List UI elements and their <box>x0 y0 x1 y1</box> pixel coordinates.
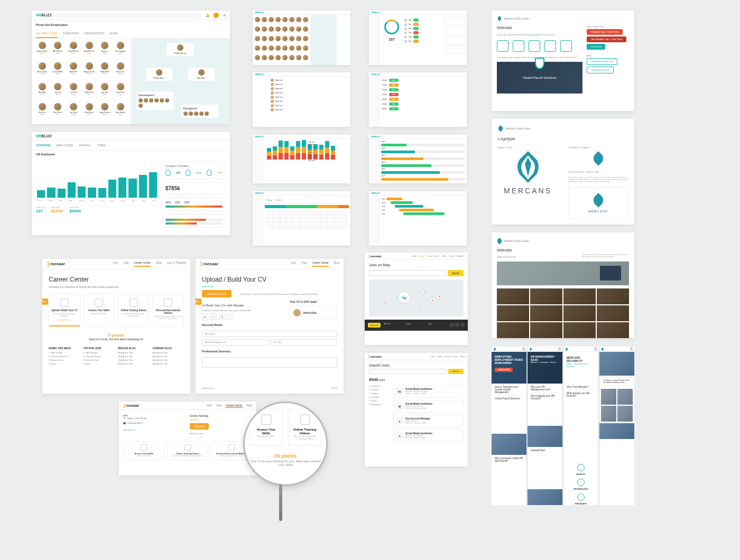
social-icon[interactable] <box>450 323 454 327</box>
menu-icon[interactable]: ☰ <box>522 347 525 351</box>
settings-icon[interactable]: ⚙ <box>223 13 226 17</box>
career-card[interactable]: Online Training VideosJob Seeker Worksho… <box>118 294 150 326</box>
list-link[interactable]: 4. Delta <box>49 362 80 365</box>
avatar[interactable] <box>275 55 281 60</box>
career-card[interactable]: Online Training VideosJob Seeker Worksho… <box>167 441 209 460</box>
cta-button[interactable]: LEARN MORE <box>495 368 513 372</box>
menu-icon[interactable]: ☰ <box>630 347 633 351</box>
avatar[interactable] <box>269 36 274 41</box>
email-input[interactable]: johndoe01@gmail.com <box>202 339 269 346</box>
chart-bar[interactable] <box>47 188 55 198</box>
list-link[interactable]: Blog Article Title <box>153 362 184 365</box>
avatar[interactable] <box>255 45 260 51</box>
list-link[interactable]: 2. Dassault Refund <box>84 355 115 358</box>
avatar[interactable] <box>282 55 288 60</box>
nav-times[interactable]: TIMES <box>97 144 105 147</box>
tab-2[interactable]: ORGANIZATION <box>84 30 104 38</box>
list-link[interactable]: Blog Article Title <box>118 355 150 358</box>
menu-icon[interactable]: ☰ <box>558 347 561 351</box>
employee-card[interactable]: David ReeveRole <box>66 42 81 61</box>
employee-card[interactable]: Leo ParkRole <box>66 83 81 102</box>
chart-bar[interactable] <box>108 180 116 198</box>
org-node[interactable]: Ella Mae <box>188 68 215 81</box>
employee-card[interactable]: James MillerRole <box>51 62 66 82</box>
map-pin[interactable]: 📍 <box>422 289 427 294</box>
list-link[interactable]: 1. SAP Google <box>49 351 80 354</box>
list-link[interactable]: Blog Article Title <box>153 359 184 361</box>
avatar[interactable] <box>303 55 308 60</box>
avatar[interactable] <box>275 26 281 32</box>
search-input[interactable] <box>369 369 447 374</box>
career-card[interactable]: Assess Your SkillsAssess Your Skills <box>84 294 115 326</box>
menu-icon[interactable]: ☰ <box>594 347 597 351</box>
org-node-root[interactable]: Profile Name <box>167 43 193 56</box>
avatar[interactable] <box>262 55 267 60</box>
list-row[interactable]: Name row <box>271 87 348 90</box>
avatar[interactable] <box>296 55 301 60</box>
list-row[interactable]: Name row <box>271 91 348 95</box>
nav-login[interactable]: Log In / Register <box>166 261 186 267</box>
map-view[interactable]: hp 📍 📍 📍 📍 📍 📍 📍 <box>369 279 464 316</box>
employee-card[interactable]: Noa BlackRole <box>82 103 97 123</box>
chart-bar[interactable] <box>149 172 157 198</box>
employee-card[interactable]: Brad BennetRole <box>82 42 97 61</box>
employee-card[interactable]: Alfred BonnRole <box>51 42 66 61</box>
chart-bar[interactable] <box>118 178 126 198</box>
list-row[interactable]: ● Entrystatus <box>382 83 465 87</box>
avatar[interactable] <box>275 36 281 41</box>
avatar[interactable] <box>303 17 308 22</box>
chart-bar[interactable] <box>78 186 86 198</box>
avatar[interactable] <box>255 26 260 32</box>
job-card[interactable]: ▲Key Account ManagerAdion AquaticsFull t… <box>393 415 464 427</box>
employee-card[interactable]: Max MayRole <box>35 83 50 102</box>
chart-bar[interactable] <box>128 179 136 198</box>
search-input[interactable] <box>369 270 446 276</box>
list-link[interactable]: Blog Article Title <box>118 351 150 354</box>
job-card[interactable]: ⊞Social Media AuxiliariesMicrosoft Corpo… <box>393 400 464 413</box>
list-row[interactable]: Name row <box>271 108 348 111</box>
map-pin[interactable]: 📍 <box>382 301 387 306</box>
list-row[interactable]: ● Entrystatus <box>382 98 465 101</box>
nav-jobs[interactable]: Jobs <box>113 261 118 267</box>
list-link[interactable]: Blog Article Title <box>118 359 150 361</box>
chart-bar[interactable] <box>58 189 66 198</box>
avatar[interactable] <box>296 26 301 32</box>
list-row[interactable]: ● Entrystatus <box>382 93 465 96</box>
avatar[interactable] <box>269 17 274 22</box>
org-cluster[interactable]: Developers <box>136 91 173 110</box>
avatar[interactable] <box>275 45 281 51</box>
job-input[interactable]: Job Title <box>271 339 337 346</box>
chart-bar[interactable] <box>37 190 45 198</box>
widget-button[interactable]: WIDGET BUTTON <box>587 67 614 73</box>
training-card[interactable]: Online Training VideosJob Seeker Worksho… <box>288 409 322 446</box>
avatar[interactable] <box>262 17 267 22</box>
tab-all[interactable]: ALL EMPLOYEES <box>36 30 58 38</box>
chart-bar[interactable] <box>88 188 96 198</box>
success-button[interactable]: SUCCESS <box>587 44 605 50</box>
avatar[interactable] <box>262 36 267 41</box>
bell-icon[interactable]: 🔔 <box>206 13 209 17</box>
twitter-icon[interactable]: t <box>227 314 234 320</box>
employee-card[interactable]: Dan NguyenRole <box>113 42 128 61</box>
list-link[interactable]: 4. Delta <box>84 362 115 365</box>
map-pin[interactable]: 📍 <box>430 298 435 303</box>
list-row[interactable]: Name row <box>271 83 348 86</box>
secondary-button[interactable]: SECONDARY CALL TO ACTION <box>587 36 626 42</box>
list-row[interactable]: Name row <box>271 104 348 107</box>
social-icon[interactable] <box>455 323 459 327</box>
map-pin[interactable]: 📍 <box>437 294 442 300</box>
filter-item[interactable]: ☐ Industry <box>369 393 390 395</box>
employee-card[interactable]: Nina ValdezRole <box>113 103 128 123</box>
employee-card[interactable]: Amy LoRole <box>97 42 112 61</box>
nav-employees[interactable]: EMPLOYEES <box>57 144 73 147</box>
list-row[interactable]: ● Entrystatus <box>382 107 465 110</box>
employee-card[interactable]: Ray KimRole <box>97 83 112 102</box>
avatar[interactable] <box>282 17 288 22</box>
employee-card[interactable]: Tom LeeRole <box>51 83 66 102</box>
linkedin-icon[interactable]: in <box>202 314 208 320</box>
list-link[interactable]: Blog Article Title <box>153 355 184 358</box>
assess-card[interactable]: Assess Your SkillsAssess Your Skills <box>249 409 283 446</box>
avatar[interactable] <box>289 26 294 32</box>
avatar[interactable] <box>296 45 301 51</box>
nav-blog[interactable]: Blog <box>156 261 161 267</box>
